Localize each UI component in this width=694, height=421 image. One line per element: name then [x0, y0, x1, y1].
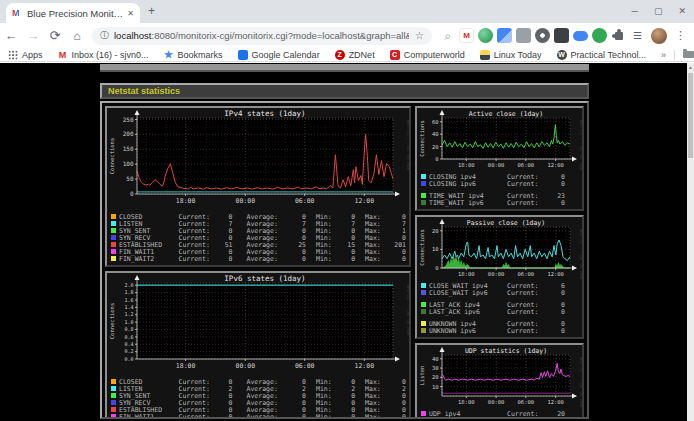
legend-swatch: [421, 309, 426, 314]
svg-text:20: 20: [432, 228, 439, 234]
legend-swatch: [421, 411, 426, 416]
green-sphere-extension-icon[interactable]: [478, 28, 493, 43]
active-chart-svg: 020406018:0000:0006:0012:00Active close …: [417, 108, 582, 172]
svg-text:UDP statistics (1day): UDP statistics (1day): [465, 347, 547, 355]
bookmark-inbox[interactable]: MInbox (16) - sjvn0...: [58, 50, 149, 60]
bookmark-computerworld[interactable]: CComputerworld: [390, 50, 465, 60]
stat-current-value: 0: [216, 255, 233, 263]
bookmark-star-icon[interactable]: ☆: [415, 30, 424, 41]
svg-text:Listen: Listen: [419, 366, 425, 386]
svg-text:Connections: Connections: [109, 303, 115, 339]
maximize-button[interactable]: ▢: [654, 6, 663, 16]
extensions-puzzle-icon[interactable]: [611, 28, 626, 43]
copy-pages-extension-icon[interactable]: [497, 28, 512, 43]
svg-text:18:00: 18:00: [176, 362, 196, 370]
scrollbar-thumb[interactable]: [688, 73, 693, 158]
passive-close-graph[interactable]: 0102018:0000:0006:0012:00Passive close (…: [417, 217, 582, 281]
legend-label: CLOSING ipv6: [429, 180, 507, 188]
blue-oval-extension-icon[interactable]: [573, 31, 588, 41]
reload-button[interactable]: ⟳: [44, 28, 66, 43]
svg-text:18:00: 18:00: [458, 162, 475, 168]
forward-button[interactable]: →: [22, 28, 44, 43]
bookmark-linux-today[interactable]: Linux Today: [480, 50, 542, 60]
page-info-icon[interactable]: ⓘ: [100, 29, 109, 42]
svg-text:RRDTOOL / TOBI OETIKER: RRDTOOL / TOBI OETIKER: [406, 120, 409, 171]
monitorix-favicon-icon: M: [12, 8, 22, 18]
url-text[interactable]: localhost:8080/monitorix-cgi/monitorix.c…: [114, 30, 409, 41]
svg-text:10: 10: [432, 384, 439, 390]
page-scrollbar[interactable]: ▲: [687, 63, 694, 421]
bookmark-bookmarks[interactable]: ★Bookmarks: [164, 50, 223, 60]
bookmarks-overflow-icon[interactable]: »: [661, 50, 666, 60]
browser-window: M Blue Precision Monitorix ✕ + ─ ▢ ✕ ← →…: [0, 0, 694, 421]
svg-text:1.2: 1.2: [124, 311, 133, 317]
svg-text:18:00: 18:00: [176, 197, 196, 205]
page-content: Netstat statistics 05010015020025018:000…: [0, 63, 694, 421]
bookmark-apps[interactable]: Apps: [8, 50, 43, 60]
bookmark-zdnet[interactable]: ZZDNet: [335, 50, 375, 60]
legend-swatch: [111, 407, 116, 412]
computerworld-icon: C: [390, 50, 400, 60]
browser-toolbar: ← → ⟳ ⌂ ⓘ localhost:8080/monitorix-cgi/m…: [0, 23, 694, 48]
legend-row: FIN_WAIT2Current:0Average:0Min:0Max:0: [111, 255, 406, 262]
ipv6-legend: CLOSEDCurrent:0Average:0Min:0Max:0LISTEN…: [107, 377, 409, 419]
bookmark-google-calendar[interactable]: Google Calendar: [238, 50, 320, 60]
eye-extension-icon[interactable]: [535, 28, 550, 43]
address-bar[interactable]: ⓘ localhost:8080/monitorix-cgi/monitorix…: [92, 27, 432, 45]
bookmark-practical-technology[interactable]: WPractical Technol...: [557, 50, 646, 60]
search-extension-icon[interactable]: ⌕: [440, 28, 455, 43]
back-button[interactable]: ←: [0, 28, 22, 43]
ipv4-chart-svg: 05010015020025018:0000:0006:0012:00IPv4 …: [107, 108, 409, 212]
dark-square-extension-icon[interactable]: [554, 28, 569, 43]
stat-current-label: Current:: [179, 255, 216, 263]
svg-text:40: 40: [432, 131, 439, 137]
ipv6-chart-svg: 0.00.20.40.60.81.01.21.41.61.82.018:0000…: [107, 273, 409, 377]
ipv6-states-graph[interactable]: 0.00.20.40.60.81.01.21.41.61.82.018:0000…: [107, 273, 409, 377]
legend-swatch: [421, 174, 426, 179]
active-close-legend: CLOSING ipv4Current:0CLOSING ipv6Current…: [417, 172, 582, 209]
active-close-graph[interactable]: 020406018:0000:0006:0012:00Active close …: [417, 108, 582, 172]
stat-current-value: 0: [216, 413, 233, 420]
panel-active-close: 020406018:0000:0006:0012:00Active close …: [415, 106, 584, 211]
panel-ipv4-states: 05010015020025018:0000:0006:0012:00IPv4 …: [105, 106, 411, 267]
legend-swatch: [111, 235, 116, 240]
bookmark-label: Linux Today: [494, 50, 542, 60]
gray-square-extension-icon[interactable]: [516, 28, 531, 43]
stat-average-label: Average:: [232, 255, 289, 263]
bookmark-items: AppsMInbox (16) - sjvn0...★BookmarksGoog…: [8, 50, 661, 60]
chrome-menu-icon[interactable]: ⋮: [675, 29, 686, 42]
tab-close-icon[interactable]: ✕: [127, 9, 134, 18]
legend-label: TIME_WAIT ipv6: [429, 199, 507, 207]
browser-tab[interactable]: M Blue Precision Monitorix ✕: [6, 3, 140, 23]
legend-row: FIN_WAIT1Current:0Average:0Min:0Max:0: [111, 413, 406, 419]
ipv4-states-graph[interactable]: 05010015020025018:0000:0006:0012:00IPv4 …: [107, 108, 409, 212]
stat-max-value: 0: [389, 413, 406, 420]
minimize-button[interactable]: ─: [632, 6, 638, 16]
section-header: Netstat statistics: [100, 83, 589, 99]
svg-text:00:00: 00:00: [488, 271, 505, 277]
svg-text:00:00: 00:00: [235, 362, 255, 370]
svg-text:0.6: 0.6: [124, 334, 133, 340]
profile-avatar[interactable]: [651, 28, 667, 44]
svg-text:18:00: 18:00: [458, 271, 475, 277]
reading-list-icon[interactable]: ☰: [630, 28, 645, 43]
window-close-button[interactable]: ✕: [678, 6, 686, 16]
stat-average-label: Average:: [232, 413, 289, 420]
gmail-extension-icon[interactable]: M: [459, 28, 474, 43]
bookmark-label: Inbox (16) - sjvn0...: [72, 50, 149, 60]
stat-current-value: 0: [547, 199, 565, 207]
svg-text:50: 50: [126, 175, 134, 182]
scrollbar-up-icon[interactable]: ▲: [687, 63, 694, 71]
svg-text:1.0: 1.0: [124, 319, 133, 325]
new-tab-button[interactable]: +: [148, 4, 155, 18]
tab-strip: M Blue Precision Monitorix ✕ + ─ ▢ ✕: [0, 0, 694, 23]
stat-current-label: Current:: [507, 289, 547, 297]
green-circle-extension-icon[interactable]: [592, 28, 607, 43]
svg-text:60: 60: [432, 119, 439, 125]
udp-statistics-graph[interactable]: 1020304018:0000:0006:0012:00UDP statisti…: [417, 345, 582, 409]
bookmarks-bar: AppsMInbox (16) - sjvn0...★BookmarksGoog…: [0, 48, 694, 62]
home-button[interactable]: ⌂: [66, 29, 88, 43]
legend-label: FIN_WAIT1: [119, 413, 179, 420]
svg-text:06:00: 06:00: [295, 197, 315, 205]
legend-swatch: [111, 393, 116, 398]
